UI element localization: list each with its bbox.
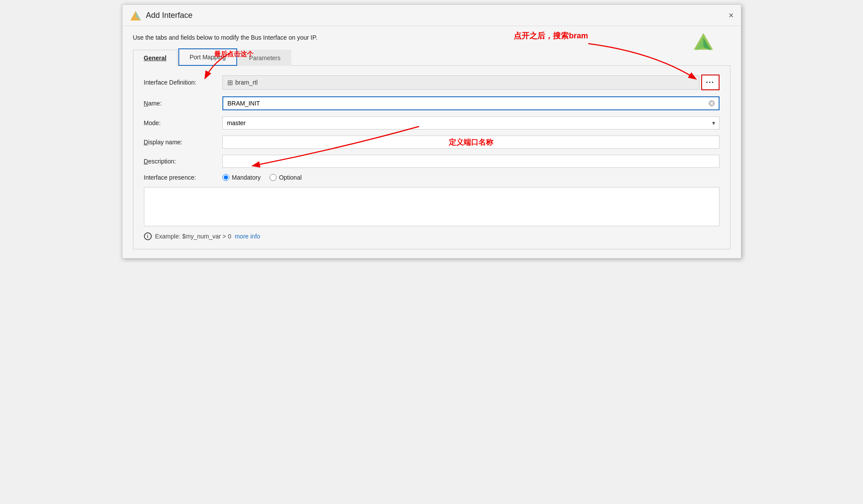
app-logo-icon xyxy=(130,9,142,21)
mandatory-radio[interactable] xyxy=(222,174,229,181)
mode-field: master slave monitor xyxy=(222,116,720,129)
display-name-input[interactable] xyxy=(222,136,720,149)
mode-row: Mode: master slave monitor xyxy=(144,116,720,129)
more-info-link[interactable]: more info xyxy=(235,233,260,240)
interface-presence-row: Interface presence: Mandatory Optional xyxy=(144,174,720,181)
clear-name-button[interactable] xyxy=(705,98,719,109)
optional-radio-item[interactable]: Optional xyxy=(269,174,302,181)
tab-parameters[interactable]: Parameters xyxy=(238,50,291,66)
name-row: Name: xyxy=(144,96,720,110)
expression-box[interactable] xyxy=(144,187,720,226)
top-right-logo xyxy=(692,31,715,55)
optional-label: Optional xyxy=(279,174,302,181)
description-row: Description: xyxy=(144,155,720,168)
browse-button[interactable]: ··· xyxy=(701,75,720,90)
display-name-field: 定义端口名称 xyxy=(222,136,720,149)
info-row: i Example: $my_num_var > 0 more info xyxy=(144,232,720,240)
tab-port-mapping[interactable]: Port Mapping xyxy=(178,48,237,66)
interface-def-icon: ⊞ xyxy=(227,78,233,87)
add-interface-dialog: Add Interface × Use the tabs and fields … xyxy=(122,4,741,259)
mode-label: Mode: xyxy=(144,119,222,126)
info-icon: i xyxy=(144,232,152,240)
interface-definition-label: Interface Definition: xyxy=(144,79,222,86)
instructions-text: Use the tabs and fields below to modify … xyxy=(133,34,730,41)
name-input[interactable] xyxy=(223,97,705,109)
example-text: Example: $my_num_var > 0 xyxy=(155,233,232,240)
form-area: Interface Definition: ⊞ bram_rtl ··· Nam… xyxy=(133,65,730,249)
interface-definition-field: ⊞ bram_rtl xyxy=(222,75,699,90)
description-label: Description: xyxy=(144,158,222,165)
description-field xyxy=(222,155,720,168)
tabs-row: General Port Mapping Parameters xyxy=(133,48,730,65)
optional-radio[interactable] xyxy=(269,174,276,181)
display-name-label: Display name: xyxy=(144,139,222,146)
interface-definition-value: bram_rtl xyxy=(235,79,258,86)
dialog-body: Use the tabs and fields below to modify … xyxy=(123,26,741,258)
display-name-row: Display name: 定义端口名称 xyxy=(144,136,720,149)
dialog-title: Add Interface xyxy=(146,11,193,20)
clear-icon xyxy=(708,100,715,107)
description-input[interactable] xyxy=(222,155,720,168)
interface-definition-row: Interface Definition: ⊞ bram_rtl ··· xyxy=(144,75,720,90)
mode-select[interactable]: master slave monitor xyxy=(222,116,720,129)
tab-general[interactable]: General xyxy=(133,50,177,66)
interface-presence-label: Interface presence: xyxy=(144,174,222,181)
mandatory-radio-item[interactable]: Mandatory xyxy=(222,174,261,181)
name-input-wrap xyxy=(222,96,720,110)
radio-group: Mandatory Optional xyxy=(222,174,302,181)
titlebar: Add Interface × xyxy=(123,5,741,26)
mandatory-label: Mandatory xyxy=(232,174,261,181)
name-label: Name: xyxy=(144,100,222,107)
name-field xyxy=(222,96,720,110)
close-button[interactable]: × xyxy=(729,11,734,20)
